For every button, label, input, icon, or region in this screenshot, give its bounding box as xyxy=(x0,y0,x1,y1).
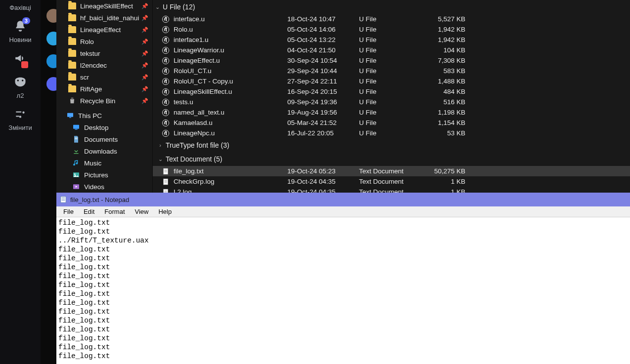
file-row[interactable]: interface.u18-Oct-24 10:47U File5,527 KB xyxy=(153,14,630,24)
discord-rail-megaphone[interactable] xyxy=(11,49,29,67)
pinned-folder[interactable]: LineageSkillEffect📌 xyxy=(56,0,152,12)
file-date: 16-Jul-22 20:05 xyxy=(287,129,359,137)
folder-icon xyxy=(68,85,76,92)
folder-icon xyxy=(68,26,76,33)
svg-rect-1 xyxy=(69,117,71,118)
this-pc-child[interactable]: Videos xyxy=(56,181,152,193)
file-row[interactable]: L2.log19-Oct-24 04:35Text Document1 KB xyxy=(153,187,630,193)
menu-file[interactable]: File xyxy=(58,207,79,216)
folder-label: l2encdec xyxy=(80,62,107,69)
folder-icon xyxy=(68,62,76,69)
file-type: U File xyxy=(359,109,423,116)
file-row[interactable]: file_log.txt19-Oct-24 05:23Text Document… xyxy=(153,166,630,176)
chevron-right-icon: › xyxy=(157,142,164,148)
news-badge: 3 xyxy=(22,17,30,24)
file-type: U File xyxy=(359,46,423,54)
file-name: interface.u xyxy=(174,15,287,23)
node-label: Music xyxy=(84,160,101,167)
this-pc-node[interactable]: This PC xyxy=(56,110,152,121)
file-row[interactable]: tests.u09-Sep-24 19:36U File516 KB xyxy=(153,97,630,107)
file-date: 05-Mar-24 21:52 xyxy=(287,119,359,126)
file-name: LineageSkillEffect.u xyxy=(174,88,287,95)
pinned-folder[interactable]: l2encdec📌 xyxy=(56,59,152,71)
file-name: CheckGrp.log xyxy=(174,178,287,185)
svg-rect-34 xyxy=(61,197,66,202)
file-date: 30-Sep-24 10:54 xyxy=(287,57,359,64)
file-row[interactable]: interface1.u05-Oct-24 13:22U File1,942 K… xyxy=(153,35,630,45)
discord-rail-specialists[interactable]: Фахівці xyxy=(9,3,31,11)
discord-rail-news[interactable]: 3 Новини xyxy=(9,17,31,43)
discord-rail-l2[interactable]: л2 xyxy=(11,73,29,99)
notepad-titlebar[interactable]: file_log.txt - Notepad xyxy=(56,193,630,206)
file-row[interactable]: Kamaelasd.u05-Mar-24 21:52U File1,154 KB xyxy=(153,118,630,128)
group-header-ttf[interactable]: › TrueType font file (3) xyxy=(153,138,630,152)
file-row[interactable]: LineageEffect.u30-Sep-24 10:54U File7,30… xyxy=(153,55,630,66)
file-row[interactable]: LineageWarrior.u04-Oct-24 21:50U File104… xyxy=(153,45,630,55)
folder-label: LineageSkillEffect xyxy=(80,2,133,10)
file-name: interface1.u xyxy=(174,36,287,43)
this-pc-child[interactable]: Desktop xyxy=(56,121,152,133)
documents-icon xyxy=(72,136,80,143)
svg-rect-4 xyxy=(75,138,77,138)
menu-format[interactable]: Format xyxy=(99,207,130,216)
group-title: U File (12) xyxy=(163,3,195,11)
file-explorer-window: LineageSkillEffect📌hf_baici_idite_nahui📌… xyxy=(56,0,630,193)
pinned-folder[interactable]: LineageEffect📌 xyxy=(56,24,152,36)
notepad-menubar: File Edit Format View Help xyxy=(56,206,630,217)
rail-label: Змінити xyxy=(8,124,32,131)
pin-icon: 📌 xyxy=(141,62,148,69)
group-header-ufile[interactable]: ⌄ U File (12) xyxy=(153,0,630,14)
file-icon xyxy=(162,57,170,65)
pinned-folder[interactable]: RiftAge📌 xyxy=(56,83,152,95)
file-row[interactable]: named_all_text.u19-Aug-24 19:56U File1,1… xyxy=(153,107,630,118)
node-label: Desktop xyxy=(84,124,109,131)
svg-point-8 xyxy=(74,173,76,175)
file-row[interactable]: LineageNpc.u16-Jul-22 20:05U File53 KB xyxy=(153,128,630,138)
file-row[interactable]: CheckGrp.log19-Oct-24 04:35Text Document… xyxy=(153,176,630,187)
mask-icon xyxy=(11,73,29,91)
pinned-folder[interactable]: tekstur📌 xyxy=(56,47,152,59)
file-name: tests.u xyxy=(174,98,287,106)
file-row[interactable]: Rolo.u05-Oct-24 14:06U File1,942 KB xyxy=(153,24,630,35)
megaphone-icon xyxy=(11,49,29,67)
file-icon xyxy=(162,46,170,54)
explorer-file-list: ⌄ U File (12) interface.u18-Oct-24 10:47… xyxy=(153,0,630,193)
svg-rect-0 xyxy=(67,113,73,117)
pictures-icon xyxy=(72,171,80,178)
this-pc-child[interactable]: Downloads xyxy=(56,145,152,157)
notepad-text-area[interactable]: file_log.txt file_log.txt ../Rift/T_text… xyxy=(56,217,630,364)
file-row[interactable]: RoloUI_CT.u29-Sep-24 10:44U File583 KB xyxy=(153,66,630,76)
file-name: RoloUI_CT - Copy.u xyxy=(174,78,287,85)
file-icon xyxy=(162,36,170,44)
this-pc-child[interactable]: Documents xyxy=(56,133,152,145)
svg-rect-3 xyxy=(75,129,77,129)
file-size: 1,154 KB xyxy=(423,119,465,126)
menu-edit[interactable]: Edit xyxy=(79,207,99,216)
this-pc-child[interactable]: Music xyxy=(56,157,152,169)
file-row[interactable]: RoloUI_CT - Copy.u27-Sep-24 22:11U File1… xyxy=(153,76,630,86)
file-name: file_log.txt xyxy=(174,167,287,175)
folder-icon xyxy=(68,74,76,81)
pinned-folder[interactable]: Recycle Bin📌 xyxy=(56,95,152,107)
menu-view[interactable]: View xyxy=(130,207,154,216)
file-name: Rolo.u xyxy=(174,26,287,33)
file-size: 1 KB xyxy=(423,188,465,193)
pinned-folder[interactable]: hf_baici_idite_nahui📌 xyxy=(56,12,152,24)
desktop-icon xyxy=(72,124,80,131)
svg-rect-5 xyxy=(75,139,77,139)
svg-rect-2 xyxy=(73,125,79,129)
file-size: 50,275 KB xyxy=(423,167,465,175)
group-header-txt[interactable]: ⌄ Text Document (5) xyxy=(153,152,630,166)
file-type: U File xyxy=(359,88,423,95)
file-date: 19-Oct-24 04:35 xyxy=(287,188,359,193)
explorer-nav-pane: LineageSkillEffect📌hf_baici_idite_nahui📌… xyxy=(56,0,153,193)
pinned-folder[interactable]: Rolo📌 xyxy=(56,36,152,47)
menu-help[interactable]: Help xyxy=(153,207,177,216)
file-row[interactable]: LineageSkillEffect.u16-Sep-24 20:15U Fil… xyxy=(153,86,630,97)
folder-label: scr xyxy=(80,74,89,81)
pinned-folder[interactable]: scr📌 xyxy=(56,71,152,83)
this-pc-child[interactable]: Pictures xyxy=(56,169,152,181)
file-type: Text Document xyxy=(359,178,423,185)
file-size: 7,308 KB xyxy=(423,57,465,64)
discord-rail-settings[interactable]: Змінити xyxy=(8,105,32,131)
